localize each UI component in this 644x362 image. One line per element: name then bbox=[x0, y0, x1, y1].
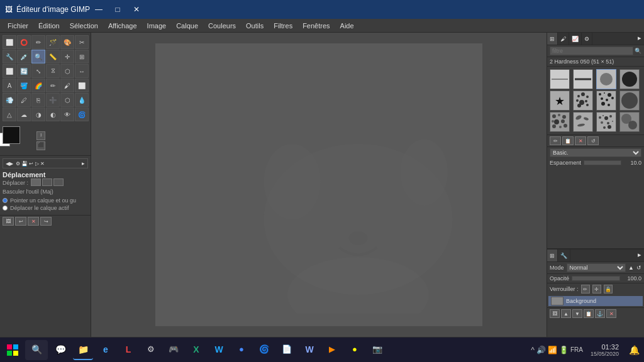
tool-iscissors[interactable]: ✂ bbox=[75, 35, 89, 49]
maximize-button[interactable]: □ bbox=[109, 3, 126, 16]
reset-colors-button[interactable]: ⬛ bbox=[36, 141, 45, 150]
tool-shear[interactable]: ⧖ bbox=[46, 64, 60, 78]
brush-item-6[interactable] bbox=[573, 90, 593, 111]
start-button[interactable] bbox=[3, 340, 23, 360]
tool-color-select[interactable]: 🎨 bbox=[60, 35, 74, 49]
taskbar-app-w2[interactable]: W bbox=[299, 340, 319, 360]
undo-btn[interactable]: ↩ bbox=[15, 217, 26, 226]
option2-radio[interactable] bbox=[3, 206, 8, 211]
brush-item-2[interactable] bbox=[573, 69, 593, 89]
brush-item-11[interactable] bbox=[596, 112, 616, 132]
tool-pencil[interactable]: ✏ bbox=[46, 79, 60, 92]
taskbar-app-settings[interactable]: ⚙ bbox=[141, 340, 161, 360]
taskbar-app-pdf[interactable]: 📄 bbox=[277, 340, 297, 360]
brush-item-7[interactable] bbox=[596, 90, 616, 111]
notification-button[interactable]: 🔔 bbox=[626, 340, 641, 360]
taskbar-edge[interactable]: e bbox=[96, 340, 116, 360]
lock-pixels-btn[interactable]: ✏ bbox=[581, 285, 590, 293]
tool-move[interactable]: ✛ bbox=[60, 50, 74, 63]
menu-fichier[interactable]: Fichier bbox=[3, 21, 33, 31]
tool-measure[interactable]: 📏 bbox=[46, 50, 60, 63]
taskbar-app-gimp[interactable]: 🌀 bbox=[254, 340, 274, 360]
menu-selection[interactable]: Sélection bbox=[65, 21, 103, 31]
tool-desaturate[interactable]: ◐ bbox=[46, 107, 60, 121]
taskbar-app-yellow[interactable]: ● bbox=[345, 340, 365, 360]
menu-affichage[interactable]: Affichage bbox=[103, 21, 142, 31]
brush-item-12[interactable] bbox=[619, 112, 640, 132]
tool-eraser[interactable]: ⬜ bbox=[75, 79, 89, 92]
foreground-color-swatch[interactable] bbox=[3, 126, 20, 144]
tool-paths[interactable]: 🔧 bbox=[3, 50, 16, 63]
mode-select[interactable]: Normal bbox=[567, 263, 626, 272]
minimize-button[interactable]: — bbox=[90, 3, 108, 16]
tool-ink[interactable]: 🖊 bbox=[17, 93, 31, 107]
brush-edit-btn[interactable]: 📋 bbox=[562, 136, 574, 145]
layer-up-btn[interactable]: ▲ bbox=[561, 309, 571, 318]
tool-red-eye[interactable]: 👁 bbox=[60, 107, 74, 121]
tool-free-select[interactable]: ✏ bbox=[31, 35, 45, 49]
lock-all-btn[interactable]: 🔒 bbox=[604, 285, 613, 293]
tray-network-icon[interactable]: 📶 bbox=[548, 346, 557, 354]
tool-airbrush[interactable]: 💨 bbox=[3, 93, 16, 107]
menu-calque[interactable]: Calque bbox=[171, 21, 203, 31]
tool-options-collapse[interactable]: ▸ bbox=[82, 160, 85, 167]
redo-btn[interactable]: ↪ bbox=[40, 217, 52, 226]
tool-blend[interactable]: 🌈 bbox=[31, 79, 45, 92]
move-target-btn-2[interactable] bbox=[42, 178, 52, 186]
layers-tab-channels[interactable]: ⊞ bbox=[547, 250, 558, 261]
tool-smudge[interactable]: ☁ bbox=[17, 107, 31, 121]
brush-item-9[interactable] bbox=[550, 112, 570, 132]
tray-sound-icon[interactable]: 🔊 bbox=[536, 346, 546, 354]
layer-item-1[interactable]: Background bbox=[548, 296, 643, 306]
layer-delete-btn[interactable]: ✕ bbox=[606, 309, 616, 318]
brush-preset-select[interactable]: Basic. bbox=[550, 148, 641, 157]
taskbar-app-media[interactable]: ▶ bbox=[322, 340, 342, 360]
taskbar-search[interactable]: 🔍 bbox=[25, 340, 48, 360]
menu-couleurs[interactable]: Couleurs bbox=[203, 21, 241, 31]
tool-warp[interactable]: 🌀 bbox=[75, 107, 89, 121]
new-image-btn[interactable]: 🖼 bbox=[3, 217, 14, 226]
brush-new-btn[interactable]: ✏ bbox=[550, 136, 561, 145]
brushes-tab-dynamics[interactable]: 📈 bbox=[569, 33, 582, 45]
option1-radio[interactable] bbox=[3, 198, 8, 203]
tool-blur[interactable]: 💧 bbox=[75, 93, 89, 107]
tool-paintbrush[interactable]: 🖌 bbox=[60, 79, 74, 92]
opacity-slider[interactable] bbox=[572, 276, 620, 281]
taskbar-app-excel[interactable]: X bbox=[186, 340, 206, 360]
menu-aide[interactable]: Aide bbox=[335, 21, 359, 31]
taskbar-chat[interactable]: 💬 bbox=[50, 340, 70, 360]
layers-panel-menu[interactable]: ▸ bbox=[635, 250, 644, 261]
brush-item-1[interactable] bbox=[550, 69, 570, 89]
brush-filter-input[interactable] bbox=[550, 47, 633, 55]
move-target-btn-1[interactable] bbox=[31, 178, 41, 186]
tool-crop[interactable]: ⬜ bbox=[3, 64, 16, 78]
brush-item-8[interactable] bbox=[619, 90, 640, 111]
tray-lang-label[interactable]: FRA bbox=[570, 346, 583, 353]
layer-down-btn[interactable]: ▼ bbox=[572, 309, 582, 318]
tool-fuzzy-select[interactable]: 🪄 bbox=[46, 35, 60, 49]
brushes-tab-brushes[interactable]: 🖌 bbox=[558, 33, 569, 45]
tool-text[interactable]: A bbox=[3, 79, 16, 92]
tool-align[interactable]: ⊞ bbox=[75, 50, 89, 63]
tool-scale[interactable]: ⤡ bbox=[31, 64, 45, 78]
layers-tab-paths[interactable]: 🔧 bbox=[558, 250, 570, 261]
tool-ellipse-select[interactable]: ⭕ bbox=[17, 35, 31, 49]
brushes-tab-patterns[interactable]: ⊞ bbox=[547, 33, 558, 45]
layer-anchor-btn[interactable]: ⚓ bbox=[595, 309, 605, 318]
close-button[interactable]: ✕ bbox=[128, 3, 145, 16]
tool-heal[interactable]: ➕ bbox=[46, 93, 60, 107]
tool-clone[interactable]: ⎘ bbox=[31, 93, 45, 107]
panel-menu-btn[interactable]: ▸ bbox=[635, 33, 644, 45]
menu-image[interactable]: Image bbox=[142, 21, 172, 31]
tool-dodge[interactable]: ◑ bbox=[31, 107, 45, 121]
brush-item-4[interactable] bbox=[619, 69, 640, 89]
menu-outils[interactable]: Outils bbox=[241, 21, 269, 31]
taskbar-app-word[interactable]: W bbox=[209, 340, 229, 360]
menu-fenetres[interactable]: Fenêtres bbox=[297, 21, 335, 31]
cancel-btn[interactable]: ✕ bbox=[28, 217, 39, 226]
tool-perspective[interactable]: ⬡ bbox=[60, 64, 74, 78]
brush-item-5[interactable]: ★ bbox=[550, 90, 570, 111]
spacing-slider[interactable] bbox=[584, 160, 621, 165]
tool-rotate[interactable]: 🔄 bbox=[17, 64, 31, 78]
lock-position-btn[interactable]: ✛ bbox=[592, 285, 601, 293]
